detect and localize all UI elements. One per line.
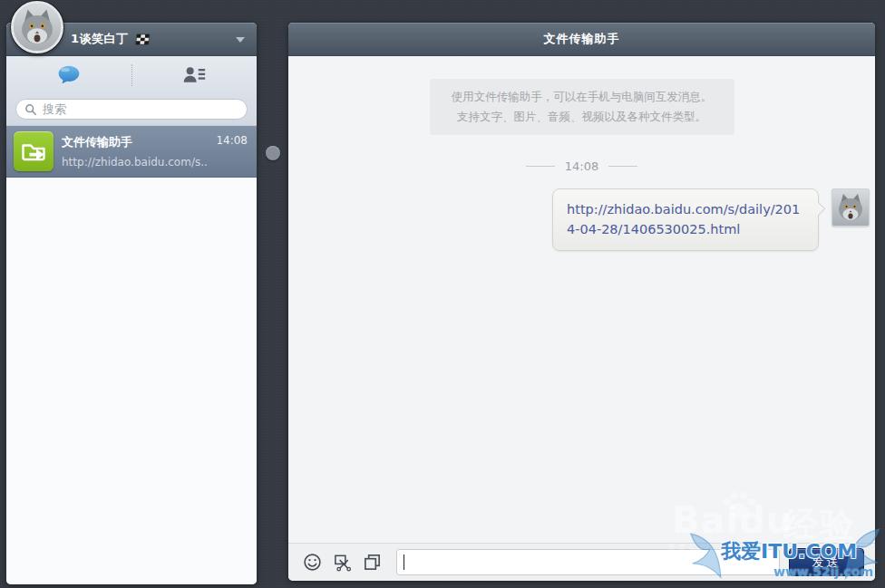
file-transfer-icon xyxy=(14,131,53,171)
message-input-box[interactable] xyxy=(396,549,780,575)
conversation-panel: 文件传输助手 使用文件传输助手，可以在手机与电脑间互发消息。 支持文字、图片、音… xyxy=(288,23,875,581)
timestamp-label: 14:08 xyxy=(565,159,598,173)
message-avatar[interactable] xyxy=(832,188,870,227)
system-notice: 使用文件传输助手，可以在手机与电脑间互发消息。 支持文字、图片、音频、视频以及各… xyxy=(430,79,734,135)
chat-item-texts: 文件传输助手 http://zhidao.baidu.com/s... xyxy=(62,134,208,169)
composer-toolbar: 发送 xyxy=(288,543,875,581)
send-button[interactable]: 发送 xyxy=(789,548,864,576)
sidebar-tabs xyxy=(6,56,257,93)
notice-line-2: 支持文字、图片、音频、视频以及各种文件类型。 xyxy=(435,107,729,127)
chat-item-preview: http://zhidao.baidu.com/s... xyxy=(62,156,208,169)
chat-list-item[interactable]: 文件传输助手 http://zhidao.baidu.com/s... 14:0… xyxy=(6,126,257,178)
conversation-header: 文件传输助手 xyxy=(288,23,875,56)
message-link[interactable]: http://zhidao.baidu.com/s/daily/2014-04-… xyxy=(567,199,804,240)
search-input[interactable] xyxy=(43,102,238,116)
tab-chats[interactable] xyxy=(6,56,131,93)
search-box[interactable] xyxy=(15,99,248,120)
cat-avatar-image-small xyxy=(832,189,869,226)
message-area: 使用文件传输助手，可以在手机与电脑间互发消息。 支持文字、图片、音频、视频以及各… xyxy=(288,56,875,543)
conversation-title: 文件传输助手 xyxy=(544,31,620,47)
message-row: http://zhidao.baidu.com/s/daily/2014-04-… xyxy=(288,188,870,251)
checkered-flag-icon xyxy=(135,34,151,45)
search-icon xyxy=(24,103,37,116)
app-window: 1谈笑白丁 xyxy=(0,0,885,588)
timestamp-row: 14:08 xyxy=(288,159,875,173)
tab-contacts[interactable] xyxy=(132,56,258,93)
notice-line-1: 使用文件传输助手，可以在手机与电脑间互发消息。 xyxy=(435,87,729,107)
scissors-capture-icon xyxy=(333,553,352,572)
sidebar: 1谈笑白丁 xyxy=(6,23,257,584)
status-dropdown-caret-icon[interactable] xyxy=(236,37,245,43)
clipboard-button[interactable] xyxy=(363,553,382,572)
chat-list-empty-area xyxy=(6,178,257,584)
copy-paste-icon xyxy=(363,553,382,572)
user-avatar[interactable] xyxy=(11,1,63,53)
screenshot-button[interactable] xyxy=(333,553,352,572)
chat-bubble-icon xyxy=(57,64,81,85)
chat-item-time: 14:08 xyxy=(216,134,248,147)
smiley-icon xyxy=(303,553,322,572)
emoji-button[interactable] xyxy=(303,553,322,572)
cat-avatar-image xyxy=(14,4,61,51)
chat-item-title: 文件传输助手 xyxy=(62,134,208,150)
timestamp-dash-left xyxy=(526,166,555,167)
message-input[interactable] xyxy=(404,550,779,574)
username-label: 1谈笑白丁 xyxy=(71,31,129,47)
search-area xyxy=(6,93,257,126)
message-bubble: http://zhidao.baidu.com/s/daily/2014-04-… xyxy=(552,188,819,251)
panel-drag-handle[interactable] xyxy=(266,146,280,160)
contacts-icon xyxy=(182,65,206,84)
timestamp-dash-right xyxy=(608,166,637,167)
